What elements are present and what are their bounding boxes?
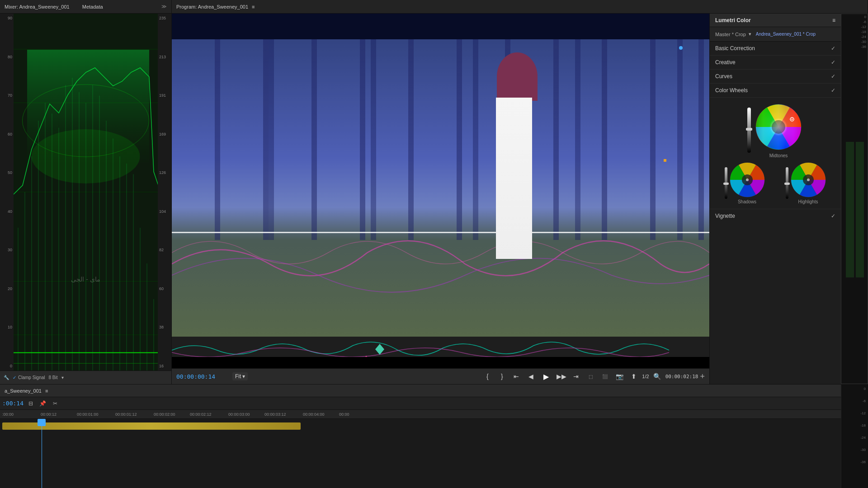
- program-hamburger[interactable]: ≡: [252, 4, 255, 9]
- highlights-color-wheel[interactable]: [790, 162, 826, 198]
- camera-button[interactable]: 📷: [613, 371, 626, 382]
- timeline-track-area[interactable]: [0, 419, 841, 488]
- meter-0: 0: [864, 387, 866, 391]
- timeline-current-time: :00:14: [2, 400, 24, 407]
- timeline-section: a_Sweeney_001 ≡ :00:14 ⊟ 📌 ✂ :00:00 00:0…: [0, 384, 868, 488]
- highlights-thumb: [784, 183, 790, 185]
- expand-icon[interactable]: ≫: [161, 4, 167, 9]
- highlights-label: Highlights: [798, 199, 818, 204]
- playhead-handle[interactable]: [38, 419, 46, 426]
- marker-in-button[interactable]: {: [481, 371, 494, 382]
- fraction-display: 1/2: [642, 374, 649, 379]
- bit-depth-dropdown[interactable]: ▾: [61, 375, 64, 380]
- timeline-tool-razor[interactable]: ✂: [50, 399, 60, 408]
- svg-point-47: [746, 178, 749, 181]
- zoom-button[interactable]: 🔍: [651, 371, 664, 382]
- ts-3: 00:00:01:12: [115, 412, 137, 417]
- meter-6: -6: [863, 399, 866, 403]
- timeline-ruler: :00:00 00:00:12 00:00:01:00 00:00:01:12 …: [0, 410, 841, 419]
- waveform-left-labels: 90 80 70 60 50 40 30 20 10 0: [0, 14, 14, 371]
- figure-body: [496, 98, 532, 259]
- sequence-name: a_Sweeney_001: [5, 388, 42, 394]
- shadows-thumb: [723, 183, 729, 185]
- midtones-group: Midtones: [747, 102, 803, 158]
- timeline-tool-tracks[interactable]: ⊟: [26, 399, 36, 408]
- svg-text:مای - الجی: مای - الجی: [71, 276, 100, 283]
- waveform-canvas: مای - الجی: [14, 14, 158, 371]
- scrubber-area[interactable]: [172, 337, 709, 357]
- ts-2: 00:00:01:00: [77, 412, 99, 417]
- mixer-panel-header: Mixer: Andrea_Sweeney_001 Metadata ≫: [0, 0, 172, 13]
- vignette-check: ✓: [831, 213, 835, 219]
- timeline-hamburger[interactable]: ≡: [45, 388, 48, 394]
- ts-4: 00:00:02:00: [154, 412, 175, 417]
- lumetri-meter: 0 -6 -12 -18 -24 -30 -36: [841, 14, 868, 384]
- orange-dot: [664, 159, 666, 162]
- meter-scale: 0 -6 -12 -18 -24 -30 -36: [843, 387, 867, 464]
- lumetri-hamburger[interactable]: ≡: [832, 17, 835, 23]
- creative-label: Creative: [715, 59, 831, 66]
- wrench-icon[interactable]: 🔧: [4, 375, 9, 380]
- svg-rect-54: [856, 142, 864, 277]
- ts-5: 00:00:02:12: [190, 412, 212, 417]
- midtones-row: Midtones: [714, 102, 836, 158]
- program-panel: 00:00:00:14 Fit ▾ { } ⇤ ◀ ▶ ▶▶ ⇥ ⬚ ⬛ 📷 ⬆…: [172, 14, 710, 384]
- add-button[interactable]: +: [700, 372, 705, 381]
- master-crop-dropdown[interactable]: ▾: [749, 31, 751, 37]
- timeline-tool-snap[interactable]: 📌: [38, 399, 48, 408]
- midtones-slider[interactable]: [747, 108, 751, 153]
- ts-6: 00:00:03:00: [228, 412, 250, 417]
- play-button[interactable]: ▶: [539, 370, 553, 383]
- timecode-current: 00:00:00:14: [176, 373, 231, 380]
- marker-out-button[interactable]: }: [495, 371, 508, 382]
- ts-0: :00:00: [2, 412, 14, 417]
- lumetri-header: Lumetri Color ≡: [710, 14, 841, 27]
- figure-hat: [497, 52, 538, 101]
- lumetri-subheader: Master * Crop ▾ Andrea_Sweeney_001 * Cro…: [710, 27, 841, 42]
- clamp-signal-toggle[interactable]: ✓ Clamp Signal: [13, 375, 45, 380]
- midtones-label: Midtones: [769, 153, 788, 158]
- program-panel-header: Program: Andrea_Sweeney_001 ≡: [172, 0, 868, 13]
- vignette-section[interactable]: Vignette ✓: [710, 209, 841, 223]
- shadows-slider-container: [725, 165, 727, 201]
- step-back-button[interactable]: ◀: [524, 371, 537, 382]
- svg-point-41: [772, 120, 785, 134]
- video-white-bar: [172, 232, 709, 233]
- insert-button[interactable]: ⬚: [584, 371, 597, 382]
- midtones-wheel-container: Midtones: [754, 102, 803, 158]
- basic-correction-label: Basic Correction: [715, 45, 831, 52]
- meter-36: -36: [860, 460, 866, 464]
- metadata-label[interactable]: Metadata: [82, 4, 103, 9]
- ts-1: 00:00:12: [41, 412, 57, 417]
- video-clip[interactable]: [2, 422, 301, 430]
- step-forward-button[interactable]: ▶▶: [555, 371, 568, 382]
- go-to-in-button[interactable]: ⇤: [510, 371, 523, 382]
- playhead-line: [42, 419, 42, 488]
- shadows-slider[interactable]: [725, 167, 727, 199]
- curves-section[interactable]: Curves ✓: [710, 70, 841, 84]
- master-crop-label[interactable]: Master * Crop: [715, 32, 746, 37]
- waveform-controls: 🔧 ✓ Clamp Signal 8 Bit ▾: [0, 371, 171, 384]
- clip-name-label: Andrea_Sweeney_001 * Crop: [756, 32, 816, 37]
- color-wheels-section-header[interactable]: Color Wheels ✓: [710, 84, 841, 98]
- midtones-color-wheel[interactable]: [754, 102, 803, 152]
- svg-point-50: [807, 178, 810, 181]
- highlights-group: Highlights: [786, 162, 826, 204]
- meter-30: -30: [860, 448, 866, 452]
- mixer-title: Mixer: Andrea_Sweeney_001: [5, 4, 70, 9]
- highlights-slider[interactable]: [786, 167, 788, 199]
- creative-section[interactable]: Creative ✓: [710, 56, 841, 70]
- go-to-out-button[interactable]: ⇥: [570, 371, 582, 382]
- ruler-timestamps: :00:00 00:00:12 00:00:01:00 00:00:01:12 …: [2, 410, 841, 418]
- curves-check: ✓: [831, 73, 835, 80]
- overwrite-button[interactable]: ⬛: [599, 371, 611, 382]
- creative-check: ✓: [831, 59, 835, 66]
- svg-rect-53: [846, 142, 854, 277]
- basic-correction-section[interactable]: Basic Correction ✓: [710, 42, 841, 56]
- midtones-slider-thumb: [746, 128, 752, 131]
- export-button[interactable]: ⬆: [627, 371, 640, 382]
- fit-dropdown[interactable]: Fit ▾: [232, 372, 248, 380]
- shadows-color-wheel[interactable]: [729, 162, 765, 198]
- ts-8: 00:00:04:00: [303, 412, 325, 417]
- video-controls-bar: 00:00:00:14 Fit ▾ { } ⇤ ◀ ▶ ▶▶ ⇥ ⬚ ⬛ 📷 ⬆…: [172, 368, 709, 384]
